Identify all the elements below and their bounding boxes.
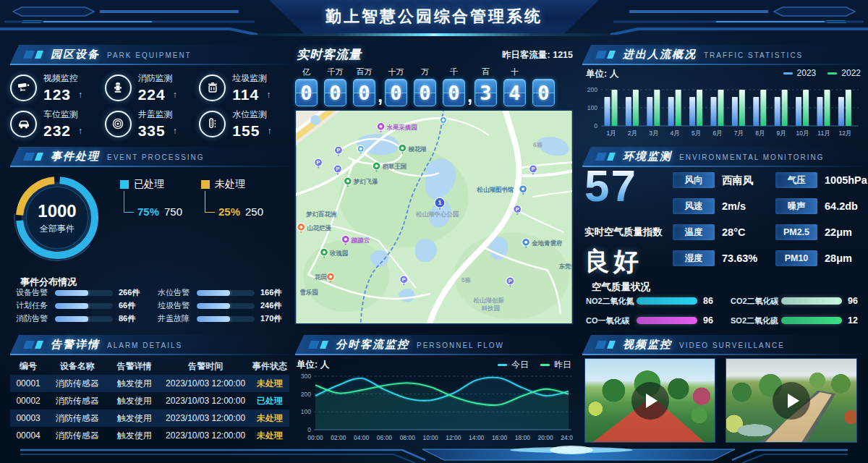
svg-text:10月: 10月 (796, 129, 809, 137)
flip-digit: 0 (353, 79, 375, 106)
svg-text:11月: 11月 (817, 129, 830, 137)
svg-text:8月: 8月 (755, 129, 765, 137)
status-badge: 未处理 (250, 430, 289, 442)
flip-digit: 4 (503, 79, 526, 106)
equipment-card: 垃圾监测114↑ (199, 69, 289, 106)
footer-decor (0, 443, 868, 463)
svg-text:1: 1 (438, 199, 441, 206)
map-place-label: 松山湖创新 (473, 297, 505, 304)
map-place-label: 玫瑰园 (329, 250, 348, 257)
distribution-bar-fill (197, 316, 230, 322)
distribution-bar-track (197, 290, 255, 296)
legend-swatch (498, 364, 507, 366)
distribution-row: 垃圾告警246件 (158, 302, 288, 310)
video-thumbnail-2[interactable] (726, 358, 857, 443)
map-place-label: 松山湖图书馆 (477, 186, 514, 193)
env-metric-label: 气压 (775, 172, 817, 188)
section-header-alarm-details: 告警详情 ALARM DETAILS (10, 335, 289, 354)
air-quality-label: CO2二氧化碳 (731, 296, 781, 307)
video-thumbnail-1[interactable] (584, 358, 715, 443)
svg-text:4月: 4月 (671, 129, 680, 137)
map-place-label: 科技园 (481, 305, 500, 312)
env-metric-label: 风速 (673, 198, 715, 214)
header-title-banner: 勤上智慧公园综合管理系统 (269, 0, 599, 33)
play-button[interactable] (631, 382, 669, 420)
legend-label: 未处理 (215, 178, 245, 191)
visitor-digit-counter: 亿千万百万十万万千百十000,000,340 (295, 67, 573, 106)
env-metric-label: PM10 (775, 250, 817, 266)
table-cell: 2023/10/03 12:00:00 (161, 396, 250, 406)
table-cell: 触发使用 (108, 395, 161, 407)
equipment-label: 水位监测 (232, 109, 271, 121)
equipment-card-body: 视频监控123↑ (43, 72, 82, 103)
equipment-value: 114 (232, 86, 259, 103)
air-quality-value: 96 (848, 296, 862, 306)
bar-2022 (782, 90, 788, 126)
table-header-cell: 告警详情 (108, 360, 161, 373)
park-map[interactable]: 水果采摘园梭花湖稻草王国梦幻飞瀑梦幻百花洲山花烂漫蹦蹦云玫瑰园花田雪乐园1松山湖… (295, 110, 573, 324)
table-cell: 2023/10/03 12:00:00 (161, 378, 250, 388)
trend-up-icon: ↑ (173, 126, 177, 136)
section-header-traffic-statistics: 进出人流概况 TRAFFIC STATISTICS (582, 45, 862, 64)
distribution-row: 设备告警266件 (16, 289, 146, 297)
table-cell: 00003 (10, 413, 46, 423)
table-cell: 00001 (10, 378, 46, 388)
air-quality-title: 空气质量状况 (592, 281, 650, 294)
table-row: 00003消防传感器触发使用2023/10/03 12:00:00未处理 (10, 409, 289, 427)
section-chip-icon (35, 153, 43, 161)
section-chip-icon (35, 51, 43, 59)
svg-text:24:00: 24:00 (561, 434, 573, 441)
digit-place-label: 亿 (295, 67, 318, 77)
svg-text:2月: 2月 (628, 129, 637, 137)
svg-text:0: 0 (307, 426, 311, 433)
equipment-card: 车位监测232↑ (10, 106, 101, 142)
legend-count: 250 (245, 205, 263, 218)
table-header-cell: 事件状态 (250, 360, 289, 373)
digit-value: 0 (390, 82, 401, 104)
digit-comma: , (375, 85, 385, 106)
events-legend-processed: 已处理75%750 (120, 178, 182, 218)
play-button[interactable] (773, 382, 810, 420)
digit-value: 0 (300, 82, 312, 104)
legend-label: 已处理 (134, 178, 164, 191)
section-header-video-surveillance: 视频监控 VIDEO SURVEILLANCE (582, 335, 862, 354)
bar-2023 (626, 97, 631, 126)
flow-line-chart: 010020030000:0002:0004:0006:0008:0010:00… (295, 369, 573, 447)
equipment-grid: 视频监控123↑消防监测224↑垃圾监测114↑车位监测232↑井盖监测335↑… (10, 69, 289, 142)
map-place-label: 金地青雲府 (531, 239, 563, 247)
svg-text:04:00: 04:00 (354, 434, 370, 441)
equipment-value-row: 155↑ (232, 122, 271, 140)
bar-2023 (605, 97, 610, 126)
svg-text:02:00: 02:00 (331, 434, 346, 441)
svg-text:P: P (532, 166, 535, 172)
env-metric-value: 22μm (822, 226, 868, 238)
section-subtitle: PERSONNEL FLOW (417, 339, 504, 349)
distribution-bar-track (55, 316, 113, 322)
legend-count: 750 (164, 205, 182, 218)
bar-2022 (654, 90, 660, 126)
distribution-bar-fill (55, 303, 88, 309)
env-metric-value: 1005hPa (822, 174, 868, 186)
air-quality-row: CO2二氧化碳96 (731, 297, 862, 305)
equipment-card: 井盖监测335↑ (105, 106, 195, 142)
bar-2022 (718, 90, 724, 126)
distribution-bar-fill (55, 290, 88, 296)
section-chip-icon (595, 51, 607, 59)
legend-head: 未处理 (201, 178, 263, 191)
flip-digit: 0 (532, 79, 555, 106)
flip-digit: 0 (414, 79, 436, 106)
distribution-bar-fill (55, 316, 88, 322)
table-cell: 消防传感器 (46, 412, 108, 425)
header-glow-line (239, 33, 629, 36)
realtime-visitors-title: 实时客流量 (297, 46, 362, 63)
cctv-icon (10, 75, 37, 101)
map-place-label: 梦幻百花洲 (305, 211, 336, 218)
env-metric-value: 73.63% (719, 252, 771, 264)
table-header-cell: 编号 (10, 360, 46, 373)
aqi-level: 良好 (584, 245, 642, 279)
svg-text:200: 200 (301, 391, 311, 398)
distribution-row: 井盖故障170件 (158, 315, 288, 323)
header-decor-left (0, 1, 265, 35)
equipment-label: 视频监控 (43, 72, 82, 85)
air-quality-bar (637, 297, 697, 305)
